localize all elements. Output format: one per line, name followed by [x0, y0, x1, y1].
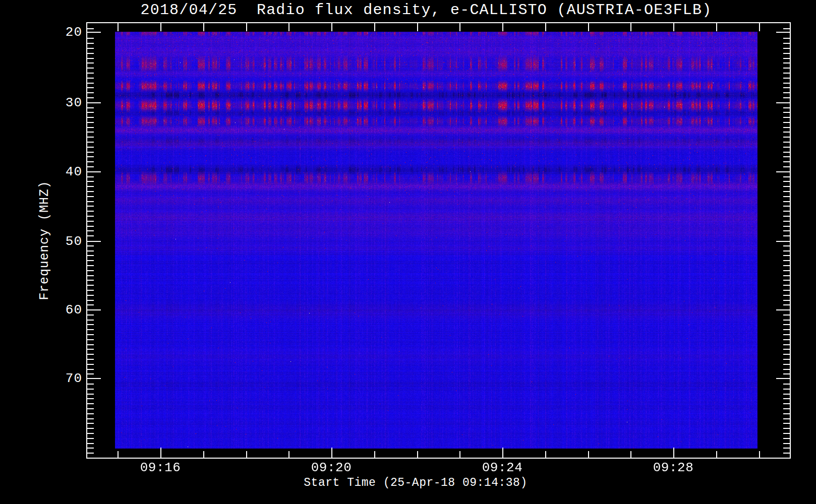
- y-axis-minor-tick: [87, 250, 94, 251]
- y-axis-minor-tick-right: [783, 176, 790, 177]
- x-axis-minor-tick: [459, 451, 460, 458]
- y-axis-minor-tick-right: [783, 423, 790, 424]
- y-axis-tick-label: 70: [44, 371, 82, 386]
- spectrogram-page: 2018/04/25 Radio flux density, e-CALLIST…: [0, 0, 816, 504]
- y-axis-minor-tick: [87, 73, 94, 74]
- y-axis-minor-tick: [87, 413, 94, 414]
- x-axis-major-tick: [331, 448, 332, 458]
- y-axis-minor-tick: [87, 216, 94, 217]
- y-axis-minor-tick: [87, 230, 94, 231]
- y-axis-minor-tick-right: [783, 369, 790, 370]
- y-axis-minor-tick: [87, 359, 94, 360]
- y-axis-minor-tick: [87, 62, 94, 64]
- y-axis-minor-tick-right: [783, 314, 790, 316]
- y-axis-minor-tick-right: [783, 255, 790, 256]
- x-axis-minor-tick: [759, 451, 760, 458]
- y-axis-minor-tick: [87, 235, 94, 236]
- x-axis-top-tick: [673, 23, 674, 31]
- y-axis-minor-tick: [87, 161, 94, 162]
- x-axis-top-tick: [630, 23, 631, 31]
- y-axis-minor-tick-right: [783, 147, 790, 148]
- y-axis-minor-tick: [87, 38, 94, 39]
- y-axis-major-tick: [87, 171, 101, 172]
- x-axis-top-tick: [417, 23, 418, 31]
- y-axis-tick-label: 40: [44, 165, 82, 179]
- y-axis-minor-tick: [87, 354, 94, 355]
- y-axis-tick-label: 30: [44, 96, 82, 110]
- y-axis-minor-tick-right: [783, 226, 790, 227]
- y-axis-minor-tick: [87, 285, 94, 286]
- y-axis-minor-tick: [87, 191, 94, 192]
- y-axis-minor-tick-right: [783, 211, 790, 212]
- y-axis-minor-tick: [87, 166, 94, 167]
- y-axis-minor-tick-right: [783, 166, 790, 167]
- y-axis-minor-tick-right: [783, 339, 790, 340]
- y-axis-minor-tick-right: [783, 373, 790, 374]
- y-axis-minor-tick-right: [783, 53, 790, 54]
- x-axis-minor-tick: [374, 451, 375, 458]
- y-axis-minor-tick-right: [783, 285, 790, 286]
- y-axis-minor-tick: [87, 314, 94, 316]
- x-axis-top-tick: [588, 23, 589, 31]
- y-axis-minor-tick-right: [783, 389, 790, 390]
- y-axis-minor-tick-right: [783, 152, 790, 153]
- x-axis-tick-label: 09:24: [472, 461, 533, 475]
- y-axis-minor-tick-right: [783, 280, 790, 281]
- y-axis-minor-tick: [87, 176, 94, 177]
- y-axis-minor-tick-right: [783, 260, 790, 261]
- y-axis-minor-tick-right: [783, 186, 790, 187]
- x-axis-top-tick: [331, 23, 332, 31]
- y-axis-minor-tick-right: [783, 433, 790, 434]
- y-axis-minor-tick-right: [783, 270, 790, 271]
- y-axis-minor-tick-right: [783, 290, 790, 291]
- y-axis-minor-tick: [87, 423, 94, 424]
- y-axis-minor-tick-right: [783, 62, 790, 64]
- y-axis-minor-tick-right: [783, 181, 790, 182]
- y-axis-minor-tick: [87, 403, 94, 404]
- y-axis-minor-tick: [87, 384, 94, 385]
- y-axis-minor-tick-right: [783, 38, 790, 39]
- y-axis-minor-tick: [87, 433, 94, 434]
- y-axis-minor-tick-right: [783, 329, 790, 330]
- y-axis-minor-tick-right: [783, 428, 790, 429]
- y-axis-minor-tick-right: [783, 196, 790, 197]
- y-axis-minor-tick-right: [783, 78, 790, 79]
- y-axis-minor-tick: [87, 211, 94, 212]
- y-axis-tick-label: 60: [44, 303, 82, 317]
- x-axis-minor-tick: [417, 451, 418, 458]
- y-axis-minor-tick-right: [783, 349, 790, 350]
- y-axis-minor-tick: [87, 92, 94, 93]
- y-axis-minor-tick: [87, 226, 94, 227]
- y-axis-minor-tick-right: [783, 344, 790, 345]
- y-axis-minor-tick: [87, 369, 94, 370]
- y-axis-minor-tick: [87, 304, 94, 305]
- y-axis-minor-tick-right: [783, 122, 790, 123]
- y-axis-minor-tick-right: [783, 48, 790, 49]
- y-axis-minor-tick-right: [783, 304, 790, 305]
- y-axis-minor-tick-right: [783, 384, 790, 385]
- spectrogram-canvas: [115, 32, 757, 449]
- y-axis-major-tick-right: [776, 102, 790, 103]
- y-axis-major-tick-right: [776, 378, 790, 379]
- y-axis-minor-tick: [87, 206, 94, 207]
- y-axis-minor-tick: [87, 58, 94, 59]
- y-axis-minor-tick: [87, 122, 94, 123]
- y-axis-minor-tick: [87, 448, 94, 449]
- y-axis-minor-tick: [87, 53, 94, 54]
- y-axis-minor-tick-right: [783, 87, 790, 88]
- y-axis-minor-tick: [87, 364, 94, 365]
- y-axis-minor-tick: [87, 107, 94, 108]
- y-axis-minor-tick: [87, 398, 94, 399]
- x-axis-minor-tick: [716, 451, 717, 458]
- y-axis-minor-tick-right: [783, 161, 790, 162]
- y-axis-minor-tick-right: [783, 132, 790, 133]
- y-axis-minor-tick: [87, 137, 94, 138]
- y-axis-minor-tick: [87, 48, 94, 49]
- y-axis-major-tick: [87, 309, 101, 310]
- y-axis-minor-tick-right: [783, 117, 790, 118]
- y-axis-minor-tick: [87, 127, 94, 128]
- y-axis-minor-tick: [87, 147, 94, 148]
- x-axis-tick-label: 09:16: [130, 461, 191, 475]
- y-axis-minor-tick: [87, 68, 94, 69]
- y-axis-minor-tick: [87, 334, 94, 335]
